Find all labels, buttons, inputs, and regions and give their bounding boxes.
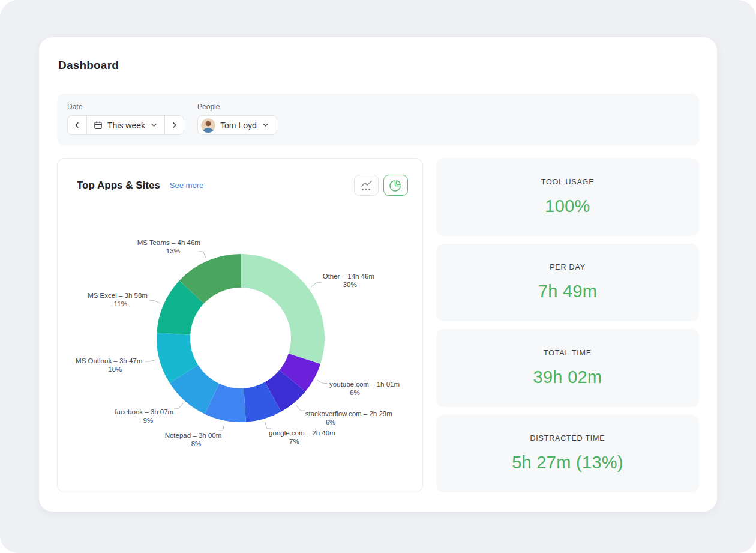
date-next-button[interactable] — [164, 115, 184, 135]
page-title: Dashboard — [58, 59, 699, 72]
chevron-down-icon — [262, 121, 269, 129]
slice-label-other: Other – 14h 46m30% — [323, 273, 374, 288]
stat-card-total-time: TOTAL TIME 39h 02m — [436, 329, 699, 407]
stat-label: TOTAL TIME — [544, 349, 592, 357]
stat-label: DISTRACTED TIME — [530, 434, 605, 443]
label-leader-line — [219, 423, 224, 431]
stat-card-tool-usage: TOOL USAGE 100% — [436, 158, 699, 236]
chevron-right-icon — [170, 121, 179, 130]
see-more-link[interactable]: See more — [170, 181, 203, 190]
chevron-left-icon — [73, 121, 82, 130]
stat-card-distracted-time: DISTRACTED TIME 5h 27m (13%) — [436, 415, 699, 493]
people-filter-group: People Tom Loyd — [197, 103, 277, 135]
date-range-value: This week — [107, 121, 145, 130]
label-leader-line — [311, 283, 321, 287]
page-background: Dashboard Date This week — [0, 0, 756, 553]
pie-chart-icon — [389, 179, 402, 192]
chart-header: Top Apps & Sites See more — [58, 159, 422, 196]
content-row: Top Apps & Sites See more Other – 14h 46… — [57, 158, 699, 492]
slice-label-notepad: Notepad – 3h 00m8% — [165, 432, 222, 447]
people-select[interactable]: Tom Loyd — [197, 115, 277, 135]
slice-label-stackoverflow-com: stackoverflow.com – 2h 29m6% — [305, 410, 392, 426]
date-range-select[interactable]: This week — [86, 115, 165, 135]
slice-label-facebook: facebook – 3h 07m9% — [115, 408, 173, 424]
date-range-control: This week — [67, 115, 184, 135]
stats-column: TOOL USAGE 100% PER DAY 7h 49m TOTAL TIM… — [436, 158, 699, 492]
line-chart-toggle-button[interactable] — [354, 175, 379, 196]
top-apps-card: Top Apps & Sites See more Other – 14h 46… — [57, 158, 423, 492]
people-value: Tom Loyd — [220, 121, 257, 130]
avatar — [201, 118, 215, 133]
stat-value: 5h 27m (13%) — [512, 453, 623, 473]
slice-label-ms-outlook: MS Outlook – 3h 47m10% — [76, 357, 142, 373]
pie-chart-toggle-button[interactable] — [383, 175, 408, 196]
label-leader-line — [296, 405, 305, 411]
chart-title: Top Apps & Sites — [77, 180, 160, 192]
dashboard-card: Dashboard Date This week — [39, 37, 717, 512]
date-filter-label: Date — [67, 103, 184, 111]
calendar-icon — [94, 121, 103, 130]
label-leader-line — [265, 422, 271, 429]
label-leader-line — [199, 252, 206, 258]
stat-label: PER DAY — [550, 263, 586, 271]
stat-value: 100% — [545, 196, 590, 216]
label-leader-line — [150, 301, 161, 304]
chevron-down-icon — [150, 121, 158, 129]
stat-value: 39h 02m — [533, 367, 602, 387]
donut-chart: Other – 14h 46m30%youtube.com – 1h 01m6%… — [58, 198, 422, 480]
slice-label-google-com: google.com – 2h 40m7% — [269, 429, 335, 445]
date-prev-button[interactable] — [67, 115, 87, 135]
label-leader-line — [145, 360, 157, 361]
filter-bar: Date This week People — [57, 94, 699, 146]
slice-label-ms-excel: MS Excel – 3h 58m11% — [88, 292, 148, 307]
stat-card-per-day: PER DAY 7h 49m — [436, 244, 699, 322]
stat-label: TOOL USAGE — [541, 178, 595, 186]
label-leader-line — [174, 403, 183, 409]
stat-value: 7h 49m — [538, 282, 598, 301]
slice-label-ms-teams: MS Teams – 4h 46m13% — [137, 239, 200, 255]
date-filter-group: Date This week — [67, 103, 184, 135]
slice-label-youtube-com: youtube.com – 1h 01m6% — [329, 381, 400, 396]
label-leader-line — [317, 380, 328, 384]
line-chart-icon — [360, 180, 373, 192]
people-filter-label: People — [197, 103, 277, 111]
donut-slice-other[interactable] — [241, 254, 325, 364]
